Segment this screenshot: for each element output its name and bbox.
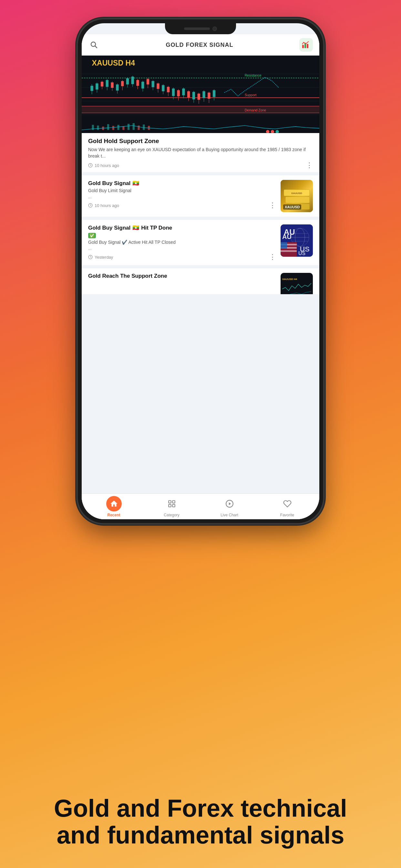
post-1-time-text: 10 hours ago [95, 163, 119, 168]
svg-rect-38 [136, 80, 139, 86]
svg-rect-73 [112, 126, 114, 130]
app-logo [299, 38, 313, 52]
post-4-title: Gold Reach The Support Zone [88, 273, 276, 279]
svg-rect-50 [167, 87, 169, 92]
post-3-content: Gold Buy Signal 🇲🇲 Hit TP Done ✅ Gold Bu… [88, 224, 276, 260]
post-3-thumbnail: AU US [281, 224, 313, 257]
gold-bars-image: XAUUSD [281, 180, 313, 212]
post-2-subtitle: Gold Buy Limit Signal [88, 188, 276, 193]
nav-item-favorite[interactable]: Favorite [258, 496, 316, 517]
svg-marker-112 [228, 502, 231, 505]
post-card-1: Resistance Support Demand Zone XAUUSD H4 [82, 56, 319, 172]
svg-rect-62 [197, 94, 200, 100]
post-card-2: Gold Buy Signal 🇲🇲 Gold Buy Limit Signal… [82, 175, 319, 217]
post-1-body: Gold Hold Support Zone Now We are keepin… [82, 133, 319, 172]
speaker [184, 27, 210, 30]
svg-rect-24 [101, 82, 103, 87]
tagline-line2: and fundamental signals [57, 821, 344, 848]
svg-rect-54 [177, 90, 180, 96]
bottom-nav: Recent Category [82, 493, 319, 519]
post-3-time: Yesterday [88, 255, 113, 259]
svg-text:XAUUSD: XAUUSD [291, 192, 302, 195]
svg-rect-109 [168, 504, 171, 507]
svg-rect-79 [143, 125, 145, 130]
svg-rect-20 [90, 86, 93, 91]
svg-rect-89 [287, 204, 310, 210]
svg-rect-77 [133, 123, 135, 130]
svg-rect-69 [92, 125, 94, 130]
nav-favorite-icon-wrap [280, 496, 295, 512]
post-3-time-row: Yesterday ⋮ [88, 253, 276, 260]
svg-text:Resistance: Resistance [245, 73, 261, 77]
svg-rect-52 [172, 89, 175, 96]
svg-rect-42 [147, 79, 149, 85]
post-2-thumbnail: XAUUSD [281, 180, 313, 212]
post-4-content: Gold Reach The Support Zone [88, 273, 276, 281]
post-2-more-button[interactable]: ⋮ [269, 202, 276, 209]
svg-rect-76 [127, 124, 129, 130]
feed-scroll-area[interactable]: Resistance Support Demand Zone XAUUSD H4 [82, 56, 319, 493]
camera [212, 27, 217, 31]
svg-rect-58 [187, 91, 190, 97]
svg-rect-64 [203, 91, 205, 98]
nav-livechart-label: Live Chart [220, 513, 238, 517]
svg-rect-108 [173, 500, 175, 503]
post-card-4: Gold Reach The Support Zone XAUUSD H4 [82, 268, 319, 294]
app-header: GOLD FOREX SIGNAL [82, 34, 319, 56]
svg-rect-28 [111, 82, 113, 88]
post-3-subtitle: Gold Buy Signal ✔️ Active Hit All TP Clo… [88, 240, 276, 245]
post-4-thumbnail: XAUUSD H4 [281, 273, 313, 294]
svg-rect-101 [281, 250, 297, 252]
svg-rect-107 [168, 500, 171, 503]
nav-item-category[interactable]: Category [143, 496, 201, 517]
nav-livechart-icon-wrap [222, 496, 237, 512]
svg-text:US: US [298, 251, 306, 256]
svg-rect-44 [152, 81, 154, 87]
svg-rect-56 [182, 89, 185, 95]
svg-rect-36 [131, 76, 134, 84]
post-3-more-button[interactable]: ⋮ [269, 253, 276, 260]
phone-frame: GOLD FOREX SIGNAL [78, 20, 323, 523]
svg-rect-70 [97, 126, 99, 130]
post-1-time-row: 10 hours ago ⋮ [88, 162, 313, 169]
svg-rect-46 [157, 83, 159, 89]
svg-rect-2 [302, 45, 304, 48]
nav-item-livechart[interactable]: Live Chart [201, 496, 258, 517]
tagline-text: Gold and Forex technical and fundamental… [19, 795, 382, 848]
svg-rect-66 [208, 93, 210, 99]
svg-rect-32 [121, 81, 124, 86]
svg-rect-78 [137, 126, 140, 130]
nav-category-icon-wrap [164, 496, 180, 512]
svg-rect-72 [107, 124, 109, 130]
post-1-excerpt: Now We are keeping an eye on XAUUSD expe… [88, 147, 313, 159]
post-3-desc: ... [88, 246, 276, 251]
svg-rect-22 [96, 83, 98, 89]
search-icon[interactable] [88, 39, 100, 51]
nav-item-recent[interactable]: Recent [85, 496, 143, 517]
post-3-title: Gold Buy Signal 🇲🇲 Hit TP Done [88, 224, 276, 231]
svg-rect-34 [126, 79, 129, 85]
phone-screen: GOLD FOREX SIGNAL [82, 23, 319, 519]
nav-recent-icon-wrap [106, 496, 122, 512]
svg-text:Support: Support [245, 93, 257, 97]
notch [165, 23, 236, 34]
post-1-time: 10 hours ago [88, 163, 119, 168]
post-1-more-button[interactable]: ⋮ [306, 162, 313, 169]
svg-line-1 [95, 46, 97, 48]
app-title: GOLD FOREX SIGNAL [166, 42, 233, 49]
svg-rect-110 [173, 504, 175, 507]
post-1-title: Gold Hold Support Zone [88, 137, 313, 145]
svg-rect-68 [213, 90, 215, 97]
svg-text:XAUUSD H4: XAUUSD H4 [92, 59, 135, 67]
post-2-time: 10 hours ago [88, 203, 119, 208]
svg-rect-74 [117, 125, 119, 130]
checkmark-badge: ✅ [88, 233, 96, 238]
post-2-title: Gold Buy Signal 🇲🇲 [88, 180, 276, 187]
svg-rect-102 [281, 242, 287, 249]
svg-rect-12 [82, 106, 319, 113]
tagline-line1: Gold and Forex technical [54, 795, 347, 822]
svg-rect-88 [285, 197, 310, 203]
svg-rect-48 [162, 85, 164, 91]
chart-image[interactable]: Resistance Support Demand Zone XAUUSD H4 [82, 56, 319, 133]
post-2-desc: ... [88, 194, 276, 199]
